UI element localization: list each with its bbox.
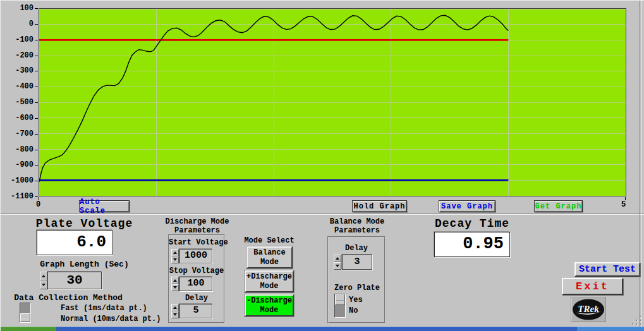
panel-divider: [1, 214, 644, 215]
y-axis-tick-label: -900: [2, 161, 33, 169]
button-label-line1: +Discharge: [246, 272, 292, 282]
balance-delay-label: Delay: [328, 244, 385, 253]
plate-voltage-display: 6.0: [37, 230, 112, 255]
y-axis-tick: [35, 181, 38, 181]
start-voltage-field[interactable]: 1000: [179, 249, 212, 263]
step-up-icon[interactable]: [171, 277, 179, 284]
y-axis-tick-label: -100: [2, 36, 33, 44]
y-axis-tick-label: -400: [2, 83, 33, 91]
discharge-params-title-line2: Parameters: [162, 226, 233, 235]
x-axis-label-start: 0: [36, 200, 40, 209]
step-down-icon[interactable]: [40, 280, 47, 289]
y-axis-tick: [35, 150, 38, 150]
decay-time-title: Decay Time: [430, 217, 514, 230]
balance-params-title-line1: Balance Mode: [322, 217, 392, 226]
discharge-params-title-line1: Discharge Mode: [162, 217, 233, 226]
trek-logo-icon: TRek: [571, 298, 605, 322]
plot-area: [39, 8, 626, 196]
button-label-line2: Mode: [260, 306, 279, 315]
y-axis-tick: [35, 8, 38, 9]
zero-plate-option-no: No: [349, 306, 358, 315]
auto-scale-button[interactable]: Auto Scale: [79, 200, 130, 212]
start-test-button[interactable]: Start Test: [574, 262, 640, 277]
y-axis-tick-label: -600: [2, 114, 33, 123]
y-axis-tick-label: -800: [2, 146, 33, 154]
button-label-line2: Mode: [260, 258, 279, 267]
stop-voltage-field[interactable]: 100: [179, 277, 212, 291]
step-up-icon[interactable]: [334, 255, 341, 262]
stop-voltage-stepper[interactable]: [171, 277, 179, 291]
y-axis-tick-label: 0: [2, 20, 33, 28]
taskbar-window-segment[interactable]: [56, 327, 577, 331]
y-axis-tick-label: -200: [2, 52, 33, 60]
y-axis-tick-label: -500: [2, 99, 33, 107]
window-edge: [640, 1, 640, 327]
data-collection-option-fast: Fast (1ms/data pt.): [61, 304, 147, 313]
balance-mode-button[interactable]: Balance Mode: [246, 246, 293, 268]
balance-delay-stepper[interactable]: [334, 255, 341, 270]
discharge-delay-label: Delay: [169, 294, 224, 303]
zero-plate-label: Zero Plate: [331, 284, 383, 292]
y-axis-tick: [35, 71, 38, 71]
step-up-icon[interactable]: [171, 304, 179, 311]
svg-text:TRek: TRek: [578, 304, 599, 314]
hold-graph-button[interactable]: Hold Graph: [352, 200, 407, 212]
exit-button[interactable]: Exit: [562, 278, 623, 295]
zero-plate-switch[interactable]: [334, 294, 346, 318]
negative-discharge-mode-button[interactable]: -Discharge Mode: [245, 294, 294, 316]
y-axis-tick: [35, 118, 38, 119]
graph-length-stepper[interactable]: [40, 272, 47, 289]
button-label-line1: Balance: [253, 248, 285, 258]
discharge-delay-field[interactable]: 5: [179, 304, 212, 318]
step-down-icon[interactable]: [171, 256, 179, 264]
chart-panel: 0 5 Auto Scale Hold Graph Save Graph Get…: [1, 1, 644, 214]
step-down-icon[interactable]: [334, 262, 341, 270]
decay-voltage-chart: [39, 9, 626, 196]
taskbar-active-segment[interactable]: [577, 327, 644, 331]
balance-params-title-line2: Parameters: [322, 226, 392, 235]
mode-select-label: Mode Select: [243, 236, 296, 245]
y-axis-tick-label: -1100: [2, 193, 33, 201]
step-up-icon[interactable]: [171, 249, 179, 256]
balance-delay-field[interactable]: 3: [342, 255, 372, 270]
stop-voltage-label: Stop Voltage: [169, 267, 224, 275]
get-graph-button[interactable]: Get Graph: [534, 200, 583, 212]
y-axis-tick: [35, 134, 38, 135]
decay-time-display: 0.95: [434, 232, 510, 257]
y-axis-tick: [35, 40, 38, 40]
x-axis-label-end: 5: [621, 200, 626, 209]
graph-length-field[interactable]: 30: [47, 272, 102, 289]
y-axis-tick: [35, 87, 38, 87]
trek-logo[interactable]: TRek: [571, 297, 606, 322]
button-label-line2: Mode: [260, 282, 279, 291]
positive-discharge-mode-button[interactable]: +Discharge Mode: [245, 270, 294, 292]
y-axis-tick: [35, 56, 38, 56]
discharge-delay-stepper[interactable]: [171, 304, 179, 318]
step-up-icon[interactable]: [40, 272, 47, 280]
step-down-icon[interactable]: [171, 311, 179, 319]
start-voltage-label: Start Voltage: [169, 238, 224, 247]
switch-handle[interactable]: [20, 313, 30, 322]
y-axis-tick-label: 100: [2, 4, 33, 13]
taskbar-sliver: [1, 327, 644, 331]
plate-voltage-title: Plate Voltage: [26, 217, 143, 230]
graph-length-label: Graph Length (Sec): [26, 260, 143, 269]
taskbar-start-segment[interactable]: [1, 327, 56, 331]
y-axis-tick-label: -1000: [2, 177, 33, 185]
button-label-line1: -Discharge: [246, 296, 292, 306]
y-axis-tick: [35, 165, 38, 166]
y-axis-tick: [35, 24, 38, 25]
zero-plate-option-yes: Yes: [349, 296, 363, 304]
step-down-icon[interactable]: [171, 284, 179, 292]
controls-panel: Plate Voltage 6.0 Graph Length (Sec) 30 …: [1, 215, 644, 327]
start-voltage-stepper[interactable]: [171, 249, 179, 263]
decay-test-application-window: 0 5 Auto Scale Hold Graph Save Graph Get…: [0, 0, 644, 331]
y-axis-tick-label: -300: [2, 67, 33, 75]
y-axis-tick: [35, 102, 38, 103]
switch-handle[interactable]: [335, 294, 345, 305]
data-collection-method-label: Data Collection Method: [1, 293, 136, 303]
y-axis-tick-label: -700: [2, 130, 33, 138]
data-collection-option-normal: Normal (10ms/data pt.): [61, 315, 161, 323]
data-collection-switch[interactable]: [20, 303, 31, 323]
save-graph-button[interactable]: Save Graph: [439, 200, 495, 212]
